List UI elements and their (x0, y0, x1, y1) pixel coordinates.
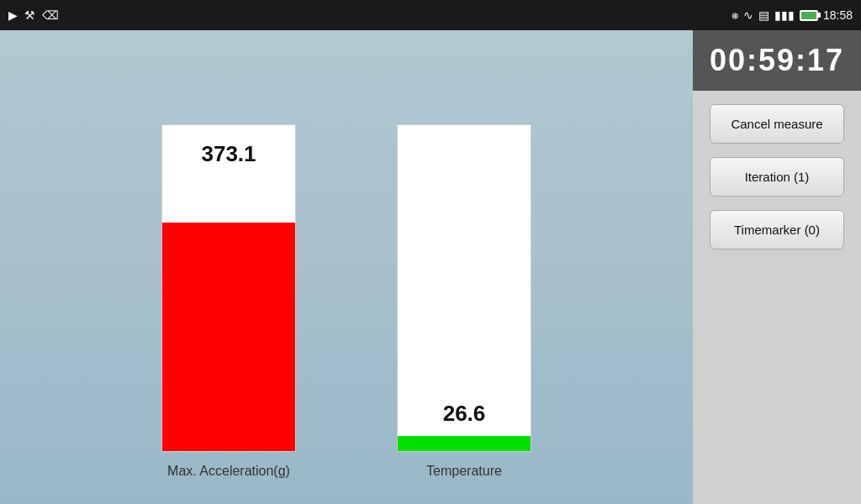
battery-icon (800, 10, 818, 21)
chart-area: 373.1 Max. Acceleration(g) 26.6 Temperat… (0, 30, 693, 504)
signal-icon: ▮▮▮ (774, 8, 795, 22)
acceleration-bar-white (162, 125, 295, 223)
bluetooth-icon: ⎈ (732, 8, 738, 22)
temperature-label: Temperature (426, 464, 502, 479)
main-content: 373.1 Max. Acceleration(g) 26.6 Temperat… (0, 30, 861, 504)
acceleration-bar-red (162, 223, 295, 451)
acceleration-bar-wrapper: 373.1 (161, 124, 296, 452)
temperature-bar-white: 26.6 (398, 125, 531, 436)
wifi-icon: ∿ (743, 8, 753, 22)
status-right-icons: ⎈ ∿ ▤ ▮▮▮ 18:58 (732, 8, 853, 22)
status-bar: ▶ ⚒ ⌫ ⎈ ∿ ▤ ▮▮▮ 18:58 (0, 0, 861, 30)
temperature-chart: 26.6 Temperature (397, 124, 531, 479)
acceleration-value: 373.1 (201, 141, 256, 167)
iteration-button[interactable]: Iteration (1) (710, 157, 844, 197)
android-icon: ⚒ (24, 8, 35, 22)
status-left-icons: ▶ ⚒ ⌫ (8, 8, 59, 22)
right-panel: 00:59:17 Cancel measure Iteration (1) Ti… (693, 30, 861, 504)
cancel-measure-button[interactable]: Cancel measure (710, 104, 844, 144)
temperature-bar-green (398, 436, 531, 451)
acceleration-bar (161, 124, 296, 452)
charts-container: 373.1 Max. Acceleration(g) 26.6 Temperat… (17, 55, 676, 487)
acceleration-chart: 373.1 Max. Acceleration(g) (161, 124, 296, 479)
temperature-bar-wrapper: 26.6 (397, 124, 531, 452)
pocket-icon: ▶ (8, 8, 18, 22)
sim-icon: ▤ (758, 8, 769, 22)
temperature-value: 26.6 (443, 401, 486, 427)
temperature-bar: 26.6 (397, 124, 531, 452)
timer-display: 00:59:17 (693, 30, 861, 91)
acceleration-label: Max. Acceleration(g) (167, 464, 290, 479)
timemarker-button[interactable]: Timemarker (0) (710, 210, 844, 249)
clock: 18:58 (823, 8, 853, 22)
usb-icon: ⌫ (42, 8, 59, 22)
